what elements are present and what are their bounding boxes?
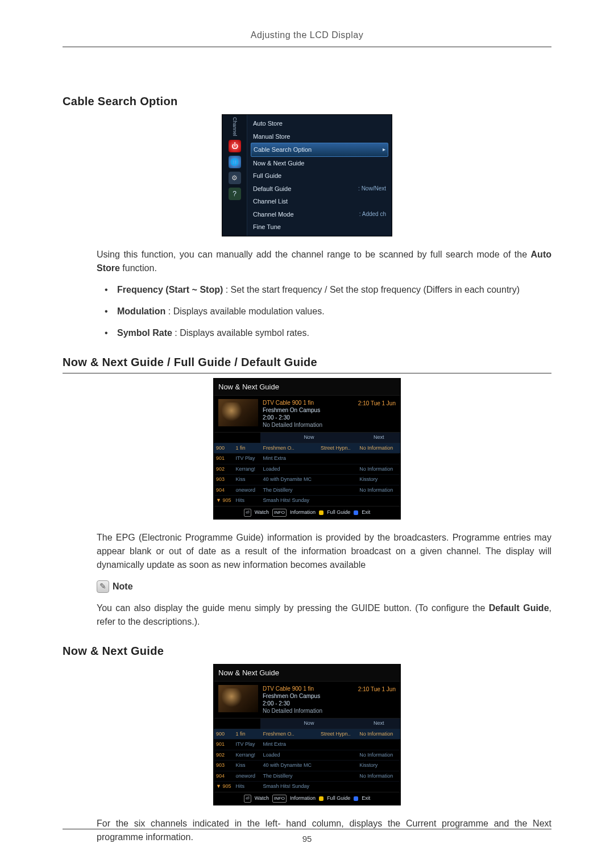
guide-footer: ⏎ Watch INFO Information Full Guide Exit bbox=[214, 506, 400, 519]
row-now2 bbox=[318, 496, 357, 506]
row-now2 bbox=[318, 782, 357, 792]
guide-channel: DTV Cable 900 1 fin bbox=[263, 685, 354, 692]
row-now2: Street Hypn.. bbox=[318, 729, 357, 740]
menu-value: : Now/Next bbox=[358, 184, 386, 194]
guide-row: 903Kiss40 with Dynamite MCKisstory bbox=[214, 761, 400, 771]
row-num: ▼ 905 bbox=[214, 782, 233, 792]
foot-watch: Watch bbox=[255, 795, 269, 803]
foot-watch: Watch bbox=[255, 509, 269, 517]
guide-para1: The EPG (Electronic Programme Guide) inf… bbox=[97, 531, 551, 572]
menu-label: Now & Next Guide bbox=[253, 159, 304, 168]
row-now2 bbox=[318, 454, 357, 464]
row-now2 bbox=[318, 761, 357, 771]
row-next: No Information bbox=[357, 750, 400, 761]
row-next: No Information bbox=[357, 485, 400, 496]
guide-row: 901ITV PlayMint Extra bbox=[214, 454, 400, 464]
guide-date: 2:10 Tue 1 Jun bbox=[358, 685, 396, 693]
guide-date: 2:10 Tue 1 Jun bbox=[358, 399, 396, 408]
guide-table: Now Next 9001 finFreshmen O..Street Hypn… bbox=[214, 433, 400, 506]
osd-item-cable-search: Cable Search Option bbox=[251, 143, 388, 157]
osd-item-default-guide: Default Guide : Now/Next bbox=[251, 182, 388, 196]
guide-row: 9001 finFreshmen O..Street Hypn..No Info… bbox=[214, 729, 400, 740]
guide-title: Now & Next Guide bbox=[214, 379, 400, 396]
bullet-modulation: Modulation : Displays available modulati… bbox=[105, 305, 551, 318]
osd-item-now-next: Now & Next Guide bbox=[251, 157, 388, 170]
row-now2 bbox=[318, 485, 357, 496]
row-now: Loaded bbox=[260, 464, 318, 475]
running-header: Adjusting the LCD Display bbox=[63, 28, 551, 47]
row-now2: Street Hypn.. bbox=[318, 443, 357, 454]
row-num: 904 bbox=[214, 485, 233, 496]
osd-now-next-guide-1: Now & Next Guide DTV Cable 900 1 fin Fre… bbox=[213, 378, 401, 520]
row-now: 40 with Dynamite MC bbox=[260, 761, 318, 771]
row-now: Loaded bbox=[260, 750, 318, 761]
text-bold: Default Guide bbox=[489, 603, 549, 613]
row-now: Mint Extra bbox=[260, 740, 318, 750]
bullet-text: : Displays available modulation values. bbox=[165, 306, 324, 316]
note-icon: ✎ bbox=[97, 580, 109, 593]
row-num: 903 bbox=[214, 761, 233, 771]
row-now2 bbox=[318, 464, 357, 475]
row-name: oneword bbox=[233, 771, 260, 782]
bullet-frequency: Frequency (Start ~ Stop) : Set the start… bbox=[105, 283, 551, 297]
row-name: oneword bbox=[233, 485, 260, 496]
foot-exit: Exit bbox=[362, 509, 370, 517]
guide-row: 902Kerrang!LoadedNo Information bbox=[214, 750, 400, 761]
col-next: Next bbox=[357, 433, 400, 443]
row-next bbox=[357, 740, 400, 750]
osd-item-channel-mode: Channel Mode : Added ch bbox=[251, 208, 388, 221]
row-num: 900 bbox=[214, 443, 233, 454]
row-name: Hits bbox=[233, 782, 260, 792]
heading-guides: Now & Next Guide / Full Guide / Default … bbox=[63, 354, 551, 373]
cable-bullets: Frequency (Start ~ Stop) : Set the start… bbox=[105, 283, 551, 340]
osd-side-label: Channel bbox=[231, 117, 239, 136]
menu-label: Fine Tune bbox=[253, 222, 281, 232]
heading-cable-search: Cable Search Option bbox=[63, 93, 551, 110]
osd-now-next-guide-2: Now & Next Guide DTV Cable 900 1 fin Fre… bbox=[213, 664, 401, 805]
bullet-label: Frequency (Start ~ Stop) bbox=[117, 285, 223, 294]
row-now: The Distillery bbox=[260, 771, 318, 782]
guide-row: 901ITV PlayMint Extra bbox=[214, 740, 400, 750]
text: You can also display the guide menu simp… bbox=[97, 603, 489, 613]
guide-detail: No Detailed Information bbox=[263, 707, 354, 715]
row-next bbox=[357, 782, 400, 792]
row-now2 bbox=[318, 740, 357, 750]
row-now: Freshmen O.. bbox=[260, 443, 318, 454]
blue-dot-icon bbox=[354, 796, 358, 801]
menu-label: Cable Search Option bbox=[254, 145, 312, 155]
guide-row: 904onewordThe DistilleryNo Information bbox=[214, 771, 400, 782]
osd-item-fine-tune: Fine Tune bbox=[251, 221, 388, 234]
text: function. bbox=[120, 263, 157, 273]
row-name: Kerrang! bbox=[233, 750, 260, 761]
row-next: No Information bbox=[357, 771, 400, 782]
row-name: Kerrang! bbox=[233, 464, 260, 475]
row-num: 901 bbox=[214, 454, 233, 464]
row-num: ▼ 905 bbox=[214, 496, 233, 506]
row-next: Kisstory bbox=[357, 475, 400, 485]
row-num: 901 bbox=[214, 740, 233, 750]
osd-item-manual-store: Manual Store bbox=[251, 130, 388, 143]
guide-time: 2:00 - 2:30 bbox=[263, 700, 354, 707]
row-num: 902 bbox=[214, 464, 233, 475]
osd-item-full-guide: Full Guide bbox=[251, 169, 388, 182]
row-now2 bbox=[318, 750, 357, 761]
guide-channel: DTV Cable 900 1 fin bbox=[263, 399, 354, 406]
col-next: Next bbox=[357, 719, 400, 729]
guide-row: 902Kerrang!LoadedNo Information bbox=[214, 464, 400, 475]
guide-table: Now Next 9001 finFreshmen O..Street Hypn… bbox=[214, 719, 400, 792]
row-name: Kiss bbox=[233, 761, 260, 771]
enter-chip-icon: ⏎ bbox=[244, 509, 251, 517]
menu-label: Default Guide bbox=[253, 184, 291, 194]
row-next: Kisstory bbox=[357, 761, 400, 771]
row-num: 900 bbox=[214, 729, 233, 740]
row-name: 1 fin bbox=[233, 443, 260, 454]
foot-info: Information bbox=[290, 795, 316, 803]
row-num: 902 bbox=[214, 750, 233, 761]
guide-rows: 9001 finFreshmen O..Street Hypn..No Info… bbox=[214, 729, 400, 792]
gear-icon: ⚙ bbox=[229, 172, 241, 184]
yellow-dot-icon bbox=[319, 796, 323, 801]
enter-chip-icon: ⏎ bbox=[244, 795, 251, 803]
row-now: Freshmen O.. bbox=[260, 729, 318, 740]
guide-program: Freshmen On Campus bbox=[263, 692, 354, 700]
col-now: Now bbox=[260, 719, 357, 729]
